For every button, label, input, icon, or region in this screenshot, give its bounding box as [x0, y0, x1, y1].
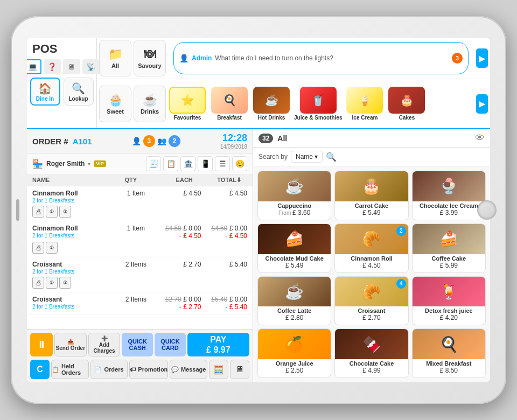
order-item[interactable]: Croissant 2 for 1 Breakfasts 2 Items £2.… — [27, 292, 253, 314]
tab-juice-smoothies[interactable]: 🥤 Juice & Smoothies — [294, 87, 342, 121]
product-card[interactable]: 🍹 Detox fresh juice £ 4.20 — [412, 276, 486, 326]
category-savoury-label: Savoury — [138, 62, 161, 69]
product-name: Cappuccino — [275, 201, 313, 209]
eye-icon[interactable]: 👁 — [475, 132, 485, 144]
screen: POS 💻 ❓ 🖥 📡 🏠 Dine In 🔍 Lookup — [27, 38, 490, 382]
product-card[interactable]: 🍨 Chocolate Ice Cream £ 3.99 — [412, 171, 486, 220]
arrow-right-button[interactable]: ▶ — [476, 48, 488, 68]
search-dropdown[interactable]: Name ▾ — [291, 151, 323, 163]
order-item[interactable]: Cinnamon Roll 2 for 1 Breakfasts 1 Item … — [27, 221, 253, 257]
item-qty: 2 Items — [117, 296, 155, 303]
quick-cash-button[interactable]: QUICK CASH — [122, 333, 153, 356]
item-total-val: £ 0.00 — [229, 225, 247, 232]
product-name: Croissant — [356, 306, 388, 314]
item-sub: 2 for 1 Breakfasts — [32, 233, 117, 239]
savoury-icon: 🍽 — [144, 47, 156, 61]
product-card[interactable]: 🍰 Chocolate Mud Cake £ 5.49 — [257, 223, 331, 273]
product-card[interactable]: 🍳 Mixed Breakfast £ 8.50 — [412, 328, 486, 378]
item-num-2[interactable]: ② — [59, 277, 71, 289]
display-icon[interactable]: 🖥 — [63, 59, 80, 74]
product-card[interactable]: 🍰 Coffee Cake £ 5.99 — [412, 223, 486, 273]
product-card[interactable]: 🎂 Carrot Cake £ 5.49 — [334, 171, 408, 220]
product-price: £ 5.49 — [360, 209, 382, 220]
product-card[interactable]: 🥐 2 Cinnamon Roll £ 4.50 — [334, 223, 408, 273]
list-icon[interactable]: 📋 — [163, 156, 178, 171]
orders-button[interactable]: 📄 Orders — [90, 360, 128, 379]
monitor-icon[interactable]: 💻 — [27, 59, 41, 74]
tablet-shell: POS 💻 ❓ 🖥 📡 🏠 Dine In 🔍 Lookup — [11, 16, 506, 404]
item-num-1[interactable]: ① — [46, 277, 58, 289]
tab-cakes[interactable]: 🎂 Cakes — [387, 87, 426, 121]
printer-icon[interactable]: 🖨 — [32, 277, 44, 289]
action-bar-2: C 📋 Held Orders 📄 Orders 🏷 Promotion — [27, 360, 253, 382]
ipad-icon[interactable]: 📱 — [198, 156, 213, 171]
held-orders-button[interactable]: 📋 Held Orders — [51, 360, 89, 379]
sidebar-top: POS 💻 ❓ 🖥 📡 🏠 Dine In 🔍 Lookup — [27, 38, 97, 128]
item-each: £ 4.50 — [155, 190, 201, 197]
product-card[interactable]: 🍊 Orange Juice £ 2.50 — [257, 328, 331, 378]
product-grid: ☕ Cappuccino From £ 3.60 🎂 Carrot Cake £… — [253, 166, 490, 382]
add-charges-button[interactable]: ➕ Add Charges — [88, 333, 121, 356]
product-badge: 4 — [396, 279, 406, 289]
tab-breakfast[interactable]: 🍳 Breakfast — [210, 87, 249, 121]
send-order-label: Send Order — [56, 345, 85, 351]
menu-icon[interactable]: ☰ — [215, 156, 230, 171]
message-icon: 💬 — [171, 366, 179, 373]
item-name: Cinnamon Roll — [32, 225, 117, 232]
register-button[interactable]: 🖥 — [230, 360, 249, 379]
item-num-2[interactable]: ② — [59, 206, 71, 218]
order-item[interactable]: Cinnamon Roll 2 for 1 Breakfasts 1 Item … — [27, 186, 253, 221]
product-card[interactable]: ☕ Coffee Latte £ 2.80 — [257, 276, 331, 326]
promotion-label: Promotion — [138, 366, 167, 373]
order-item[interactable]: Croissant 2 for 1 Breakfasts 2 Items £ 2… — [27, 257, 253, 292]
product-image: ☕ — [258, 277, 331, 307]
item-each-strike: £4.50 — [165, 225, 181, 232]
product-card[interactable]: ☕ Cappuccino From £ 3.60 — [257, 171, 331, 220]
lookup-button[interactable]: 🔍 Lookup — [64, 78, 94, 106]
action-bar: ⏸ 📤 Send Order ➕ Add Charges QUICK CASH … — [27, 329, 253, 360]
category-sweet-button[interactable]: 🧁 Sweet — [99, 86, 131, 122]
help-icon[interactable]: ❓ — [44, 59, 61, 74]
product-price: £ 5.49 — [283, 262, 305, 272]
smiley-icon[interactable]: 😊 — [232, 156, 247, 171]
calculator-button[interactable]: 🧮 — [209, 360, 228, 379]
item-each-strike: £2.70 — [165, 296, 181, 303]
product-name: Mixed Breakfast — [424, 359, 473, 367]
promo-icon: 🏷 — [130, 366, 136, 373]
product-card[interactable]: 🥐 4 Croissant £ 2.70 — [334, 276, 408, 326]
send-order-button[interactable]: 📤 Send Order — [54, 333, 87, 356]
pause-button[interactable]: ⏸ — [30, 333, 53, 356]
promotion-button[interactable]: 🏷 Promotion — [129, 360, 168, 379]
message-button[interactable]: 💬 Message — [170, 360, 207, 379]
tab-ice-cream[interactable]: 🍦 Ice Cream — [345, 87, 384, 121]
right-header: 32 All 👁 — [253, 129, 490, 148]
receipt-icon[interactable]: 🧾 — [146, 156, 161, 171]
arrow-right-2-button[interactable]: ▶ — [476, 94, 488, 114]
product-image: ☕ — [258, 171, 331, 201]
item-num-1[interactable]: ① — [46, 206, 58, 218]
search-icon[interactable]: 🔍 — [326, 152, 337, 162]
category-all-button[interactable]: 📁 All — [99, 40, 131, 76]
chat-bar[interactable]: 👤 Admin What time do I need to turn on t… — [173, 42, 469, 74]
tab-hot-drinks[interactable]: ☕ Hot Drinks — [252, 87, 291, 121]
printer-icon[interactable]: 🖨 — [32, 242, 44, 254]
tab-juice-label: Juice & Smoothies — [294, 115, 342, 121]
category-savoury-button[interactable]: 🍽 Savoury — [134, 40, 166, 76]
quick-card-button[interactable]: QUICK CARD — [155, 333, 186, 356]
product-card[interactable]: 🍫 Chocolate Cake £ 4.99 — [334, 328, 408, 378]
category-drinks-button[interactable]: ☕ Drinks — [134, 86, 166, 122]
held-orders-icon: 📋 — [52, 366, 59, 373]
printer-icon[interactable]: 🖨 — [32, 206, 44, 218]
dine-in-button[interactable]: 🏠 Dine In — [30, 78, 60, 106]
order-number: A101 — [73, 137, 92, 146]
item-total-sub: - £ 4.50 — [201, 232, 248, 240]
item-num-1[interactable]: ① — [46, 242, 58, 254]
category-drinks-label: Drinks — [141, 108, 159, 115]
clear-button[interactable]: C — [30, 360, 50, 379]
pay-button[interactable]: PAY £ 9.97 — [187, 333, 249, 356]
product-image: 🍹 — [413, 277, 485, 307]
tab-hot-drinks-label: Hot Drinks — [258, 115, 285, 121]
tab-favourites[interactable]: ⭐ Favourites — [168, 87, 207, 121]
search-value: Name — [296, 153, 313, 160]
bank-icon[interactable]: 🏦 — [180, 156, 195, 171]
